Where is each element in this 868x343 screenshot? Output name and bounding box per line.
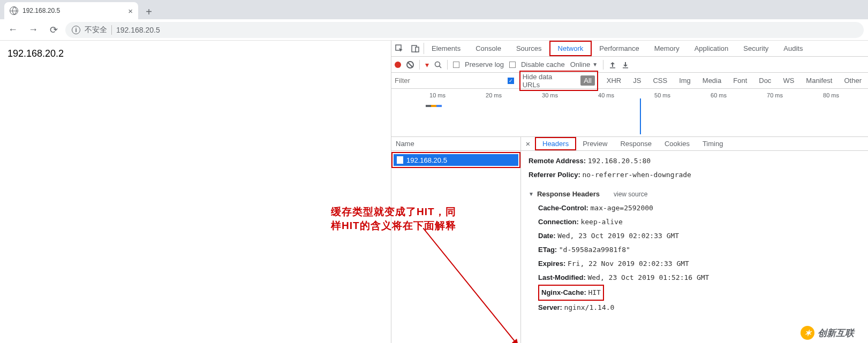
browser-tab[interactable]: 192.168.20.5 × [4, 2, 138, 19]
response-headers-label: Response Headers [537, 187, 600, 201]
hide-data-urls-label: Hide data URLs [523, 73, 570, 89]
etag-value: "d-5958a2a9981f8" [559, 246, 630, 254]
back-button[interactable]: ← [4, 21, 21, 39]
tab-performance[interactable]: Performance [592, 41, 646, 56]
timeline-tick: 20 ms [448, 92, 504, 98]
server-value: nginx/1.14.0 [564, 303, 614, 311]
tab-title: 192.168.20.5 [22, 7, 124, 14]
timeline-tick: 60 ms [673, 92, 729, 98]
clear-button[interactable] [406, 61, 414, 68]
tab-application[interactable]: Application [687, 41, 736, 56]
watermark-icon: ✶ [801, 326, 814, 340]
name-column-header[interactable]: Name [391, 137, 520, 151]
devtools-tabs: Elements Console Sources Network Perform… [391, 41, 868, 57]
browser-toolbar: ← → ⟳ i 不安全 192.168.20.5 [0, 19, 868, 41]
detail-tabs: × Headers Preview Response Cookies Timin… [521, 137, 868, 151]
devtools-filter-row: ✓ Hide data URLs All XHR JS CSS Img Medi… [391, 73, 868, 89]
new-tab-button[interactable]: + [141, 4, 156, 19]
close-tab-icon[interactable]: × [128, 6, 133, 16]
device-toggle-icon[interactable] [407, 41, 424, 56]
filter-media[interactable]: Media [699, 75, 724, 86]
view-source-link[interactable]: view source [614, 187, 647, 201]
cache-control-value: max-age=2592000 [591, 204, 653, 212]
svg-rect-7 [623, 67, 628, 68]
filter-toggle-icon[interactable]: ▾ [425, 60, 429, 69]
detail-tab-cookies[interactable]: Cookies [658, 137, 696, 150]
tab-audits[interactable]: Audits [776, 41, 810, 56]
timeline-tick: 70 ms [729, 92, 785, 98]
filter-js[interactable]: JS [630, 75, 644, 86]
disable-cache-label: Disable cache [521, 60, 565, 68]
filter-img[interactable]: Img [676, 75, 694, 86]
network-timeline[interactable]: 10 ms 20 ms 30 ms 40 ms 50 ms 60 ms 70 m… [391, 89, 868, 137]
svg-rect-3 [416, 47, 419, 52]
timeline-bar [426, 105, 442, 107]
nginx-cache-value: HIT [588, 288, 600, 296]
expires-value: Fri, 22 Nov 2019 02:02:33 GMT [568, 260, 689, 268]
tab-network[interactable]: Network [549, 41, 592, 56]
inspect-icon[interactable] [391, 41, 407, 56]
expand-triangle-icon[interactable]: ▼ [529, 187, 534, 201]
filter-input[interactable] [395, 75, 502, 87]
svg-rect-6 [610, 67, 615, 68]
tab-security[interactable]: Security [736, 41, 776, 56]
filter-font[interactable]: Font [730, 75, 750, 86]
address-bar[interactable]: i 不安全 192.168.20.5 [65, 22, 864, 38]
upload-har-icon[interactable] [609, 61, 616, 68]
last-modified-value: Wed, 23 Oct 2019 01:52:16 GMT [587, 273, 709, 281]
timeline-tick: 30 ms [504, 92, 560, 98]
url-text: 192.168.20.5 [116, 26, 160, 34]
throttle-dropdown[interactable]: Online ▼ [570, 60, 598, 68]
record-button[interactable] [395, 62, 401, 68]
detail-tab-preview[interactable]: Preview [576, 137, 614, 150]
date-value: Wed, 23 Oct 2019 02:02:33 GMT [557, 232, 679, 240]
network-details-pane: × Headers Preview Response Cookies Timin… [521, 137, 868, 343]
timeline-load-marker [640, 98, 641, 134]
chevron-down-icon: ▼ [592, 62, 598, 67]
page-body-text: 192.168.20.2 [7, 48, 383, 59]
site-info-icon[interactable]: i [72, 26, 80, 34]
svg-line-5 [439, 66, 441, 68]
search-icon[interactable] [434, 61, 442, 68]
network-request-row[interactable]: 192.168.20.5 [394, 154, 518, 166]
filter-doc[interactable]: Doc [756, 75, 774, 86]
timeline-tick: 80 ms [785, 92, 841, 98]
globe-icon [10, 6, 18, 15]
filter-all[interactable]: All [580, 75, 594, 86]
tab-elements[interactable]: Elements [424, 41, 468, 56]
filter-xhr[interactable]: XHR [603, 75, 624, 86]
disable-cache-checkbox[interactable] [509, 62, 516, 68]
timeline-tick: 50 ms [616, 92, 673, 98]
reload-button[interactable]: ⟳ [45, 21, 62, 39]
document-icon [397, 156, 403, 164]
browser-tab-bar: 192.168.20.5 × + [0, 0, 868, 19]
preserve-log-label: Preserve log [465, 60, 504, 68]
timeline-tick: 10 ms [391, 92, 448, 98]
download-har-icon[interactable] [622, 61, 629, 68]
tab-console[interactable]: Console [468, 41, 509, 56]
filter-css[interactable]: CSS [650, 75, 670, 86]
timeline-tick: 40 ms [560, 92, 616, 98]
annotation-arrow-icon [423, 228, 525, 343]
filter-ws[interactable]: WS [780, 75, 797, 86]
devtools-toolbar: ▾ Preserve log Disable cache Online ▼ [391, 57, 868, 73]
detail-tab-headers[interactable]: Headers [535, 137, 576, 150]
separator [111, 25, 112, 35]
forward-button[interactable]: → [25, 21, 42, 39]
request-name: 192.168.20.5 [406, 156, 447, 164]
preserve-log-checkbox[interactable] [453, 62, 459, 68]
headers-body: Remote Address: 192.168.20.5:80 Referrer… [521, 151, 868, 318]
close-details-icon[interactable]: × [521, 137, 535, 150]
filter-manifest[interactable]: Manifest [803, 75, 835, 86]
tab-sources[interactable]: Sources [509, 41, 549, 56]
connection-value: keep-alive [580, 218, 622, 226]
detail-tab-response[interactable]: Response [614, 137, 658, 150]
hide-data-urls-checkbox[interactable]: ✓ [508, 78, 514, 84]
page-content: 192.168.20.2 缓存类型就变成了HIT，同 样HIT的含义将在下面解释 [0, 41, 391, 343]
detail-tab-timing[interactable]: Timing [696, 137, 730, 150]
remote-address-value: 192.168.20.5:80 [588, 157, 651, 165]
filter-other[interactable]: Other [841, 75, 865, 86]
svg-line-0 [423, 228, 518, 343]
tab-memory[interactable]: Memory [647, 41, 687, 56]
referrer-policy-value: no-referrer-when-downgrade [582, 171, 691, 179]
